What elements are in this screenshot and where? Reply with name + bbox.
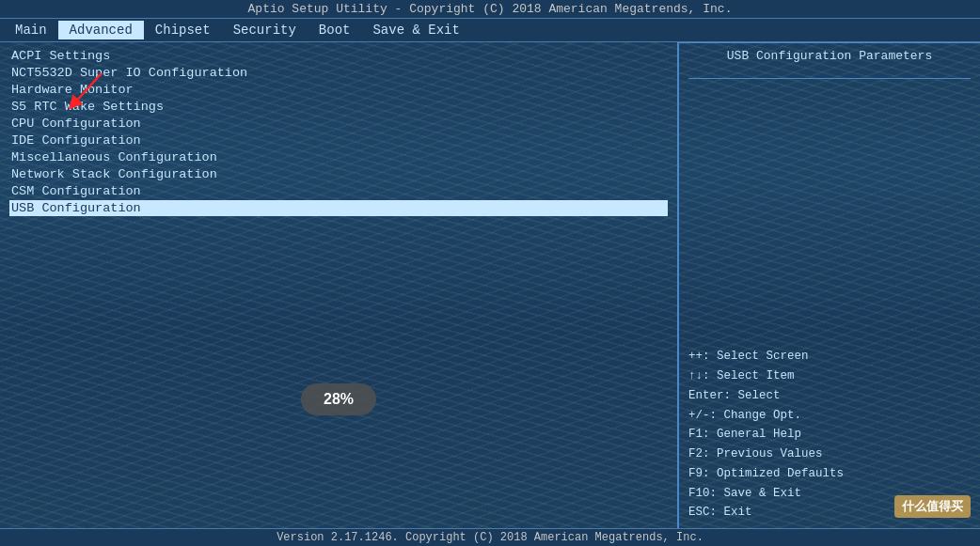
help-item-4: F1: General Help (688, 425, 971, 445)
svg-line-1 (73, 73, 102, 104)
arrow-annotation (55, 69, 111, 120)
menu-bar: MainAdvancedChipsetSecurityBootSave & Ex… (0, 19, 980, 42)
help-item-1: ↑↓: Select Item (688, 367, 971, 386)
help-item-0: ++: Select Screen (688, 347, 971, 367)
menu-list-item-6[interactable]: Miscellaneous Configuration (9, 149, 668, 165)
help-item-6: F9: Optimized Defaults (688, 464, 971, 484)
menu-list-item-5[interactable]: IDE Configuration (9, 133, 668, 148)
menu-item-chipset[interactable]: Chipset (144, 21, 222, 39)
menu-item-security[interactable]: Security (222, 21, 308, 39)
percentage-badge: 28% (301, 383, 376, 415)
menu-list-item-7[interactable]: Network Stack Configuration (9, 166, 668, 182)
menu-item-boot[interactable]: Boot (308, 21, 362, 39)
watermark: 什么值得买 (894, 495, 971, 518)
menu-item-save-and-exit[interactable]: Save & Exit (361, 21, 470, 39)
help-item-5: F2: Previous Values (688, 445, 971, 464)
menu-item-advanced[interactable]: Advanced (58, 21, 144, 39)
title-text: Aptio Setup Utility - Copyright (C) 2018… (248, 2, 733, 16)
menu-list-item-8[interactable]: CSM Configuration (9, 183, 668, 199)
help-item-3: +/-: Change Opt. (688, 406, 971, 426)
bottom-bar: Version 2.17.1246. Copyright (C) 2018 Am… (0, 528, 980, 546)
menu-item-main[interactable]: Main (4, 21, 58, 39)
right-panel-divider (688, 78, 971, 79)
watermark-text: 什么值得买 (902, 499, 963, 513)
right-panel: USB Configuration Parameters ++: Select … (679, 42, 980, 528)
right-panel-title: USB Configuration Parameters (688, 49, 971, 63)
left-panel: ACPI SettingsNCT5532D Super IO Configura… (0, 42, 677, 528)
menu-list-item-9[interactable]: USB Configuration (9, 200, 668, 216)
menu-list-item-0[interactable]: ACPI Settings (9, 48, 668, 64)
title-bar: Aptio Setup Utility - Copyright (C) 2018… (0, 0, 980, 19)
bottom-text: Version 2.17.1246. Copyright (C) 2018 Am… (277, 531, 703, 544)
help-item-2: Enter: Select (688, 386, 971, 406)
main-content: ACPI SettingsNCT5532D Super IO Configura… (0, 42, 980, 528)
